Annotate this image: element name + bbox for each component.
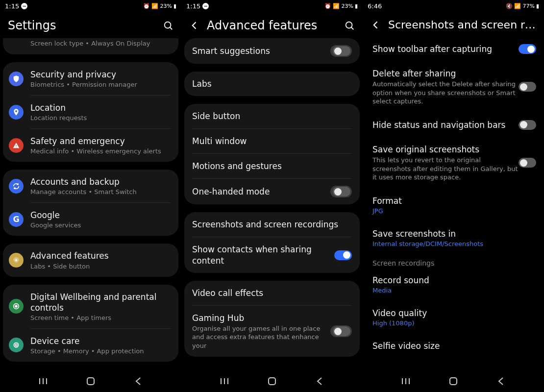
battery-icon: ▮ (536, 3, 539, 9)
row-title: Save screenshots in (372, 228, 530, 239)
care-icon (9, 338, 24, 352)
toggle-show-contacts[interactable] (334, 250, 352, 260)
nav-back[interactable] (131, 374, 145, 388)
row-screenshots-recordings[interactable]: Screenshots and screen recordings (184, 212, 360, 237)
row-motions-gestures[interactable]: Motions and gestures (184, 154, 360, 178)
row-labs[interactable]: Labs (184, 72, 360, 96)
panel-screenshots-settings: 6:46 🔇 📶 77% ▮ Screenshots and screen re… (363, 0, 544, 392)
row-multi-window[interactable]: Multi window (184, 129, 360, 153)
row-google[interactable]: G GoogleGoogle services (3, 203, 178, 236)
row-title: Delete after sharing (372, 68, 519, 79)
alert-icon (9, 138, 24, 153)
nav-recents[interactable] (399, 374, 413, 388)
toggle-track (330, 186, 352, 197)
status-bar: 1:15 − ⏰ 📶 23% ▮ (0, 0, 181, 12)
toggle-delete-sharing[interactable] (519, 82, 536, 92)
status-bar: 6:46 🔇 📶 77% ▮ (363, 0, 544, 12)
page-title: Settings (8, 19, 156, 32)
row-gaming-hub[interactable]: Gaming HubOrganise all your games all in… (184, 306, 360, 357)
row-sub: Medical info • Wireless emergency alerts (30, 147, 171, 155)
row-hide-bars[interactable]: Hide status and navigation bars (369, 113, 538, 137)
back-icon[interactable] (371, 20, 381, 30)
row-device-care[interactable]: Device careStorage • Memory • App protec… (3, 329, 178, 362)
page-title: Advanced features (207, 19, 337, 32)
row-link: JPG (372, 207, 530, 215)
nav-home[interactable] (265, 374, 279, 388)
toggle-track (330, 45, 352, 57)
wellbeing-icon (9, 299, 24, 314)
alarm-icon: ⏰ (324, 3, 331, 9)
row-smart-suggestions[interactable]: Smart suggestions (184, 38, 360, 64)
status-time: 6:46 (368, 2, 382, 10)
svg-point-0 (165, 22, 171, 28)
row-safety-emergency[interactable]: Safety and emergencyMedical info • Wirel… (3, 129, 178, 162)
row-location[interactable]: LocationLocation requests (3, 96, 178, 128)
row-show-toolbar[interactable]: Show toolbar after capturing (369, 37, 538, 61)
row-show-contacts-sharing[interactable]: Show contacts when sharing content (184, 237, 360, 272)
status-time: 1:15 (5, 2, 19, 10)
nav-recents[interactable] (218, 374, 231, 388)
row-title: Safety and emergency (30, 136, 171, 147)
row-title: Gaming Hub (192, 313, 330, 323)
row-security-privacy[interactable]: Security and privacyBiometrics • Permiss… (3, 62, 178, 95)
search-icon[interactable] (163, 20, 173, 31)
row-link: High (1080p) (372, 319, 530, 327)
row-title: Device care (30, 336, 171, 346)
nav-recents[interactable] (36, 374, 50, 388)
status-battery: 77% (522, 3, 534, 9)
battery-icon: ▮ (173, 3, 176, 9)
row-title: Motions and gestures (192, 161, 352, 172)
toggle-gaming-hub[interactable] (333, 326, 350, 336)
search-icon[interactable] (344, 20, 355, 31)
row-save-original[interactable]: Save original screenshotsThis lets you r… (369, 137, 538, 189)
toggle-hide-bars[interactable] (519, 120, 536, 130)
row-advanced-features[interactable]: Advanced featuresLabs • Side button (3, 244, 178, 276)
nav-home[interactable] (84, 374, 98, 388)
row-sub: Labs • Side button (30, 263, 171, 270)
row-side-button[interactable]: Side button (184, 104, 360, 128)
row-digital-wellbeing[interactable]: Digital Wellbeing and parental controlsS… (3, 285, 178, 328)
svg-line-1 (170, 27, 173, 30)
row-one-handed-mode[interactable]: One-handed mode (184, 179, 360, 204)
nav-back[interactable] (313, 374, 326, 388)
nav-back[interactable] (494, 374, 508, 388)
row-desc: This lets you revert to the original scr… (372, 156, 519, 182)
row-title: Selfie video size (372, 341, 530, 351)
screenshot-settings-list[interactable]: Show toolbar after capturing Delete afte… (363, 37, 544, 370)
row-title: Save original screenshots (372, 144, 519, 155)
nav-home[interactable] (446, 374, 460, 388)
row-title: Labs (192, 78, 352, 89)
dnd-icon: − (21, 3, 27, 9)
gear-icon (9, 253, 24, 268)
toggle-one-handed[interactable] (333, 187, 350, 196)
toggle-save-original[interactable] (519, 158, 536, 168)
row-sub: Storage • Memory • App protection (30, 347, 171, 355)
settings-group: Digital Wellbeing and parental controlsS… (3, 285, 178, 362)
settings-group: Advanced featuresLabs • Side button (3, 244, 178, 276)
nav-bar (363, 370, 544, 392)
row-format[interactable]: FormatJPG (369, 189, 538, 221)
network-icon: 📶 (151, 3, 158, 9)
svg-line-12 (351, 27, 354, 30)
alarm-icon: ⏰ (143, 3, 150, 9)
row-title: Location (30, 102, 171, 113)
toggle-smart-suggestions[interactable] (333, 46, 350, 56)
row-title: One-handed mode (192, 186, 330, 197)
advanced-list[interactable]: Smart suggestions Labs Side button Multi… (181, 38, 363, 370)
row-video-call-effects[interactable]: Video call effects (184, 281, 360, 305)
row-accounts-backup[interactable]: Accounts and backupManage accounts • Sma… (3, 170, 178, 202)
row-sub: Google services (30, 221, 171, 229)
network-icon: 📶 (333, 3, 340, 9)
row-selfie-video-size[interactable]: Selfie video size (369, 334, 538, 358)
row-save-location[interactable]: Save screenshots inInternal storage/DCIM… (369, 221, 538, 254)
row-title: Video quality (372, 308, 530, 318)
toggle-show-toolbar[interactable] (519, 44, 536, 54)
row-video-quality[interactable]: Video qualityHigh (1080p) (369, 301, 538, 334)
row-delete-after-sharing[interactable]: Delete after sharingAutomatically select… (369, 61, 538, 113)
back-icon[interactable] (189, 20, 200, 31)
settings-list[interactable]: Screen lock type • Always On Display Sec… (0, 38, 181, 370)
row-record-sound[interactable]: Record soundMedia (369, 268, 538, 301)
settings-group: Accounts and backupManage accounts • Sma… (3, 170, 178, 236)
row-sub: Screen time • App timers (30, 314, 171, 321)
svg-rect-10 (87, 378, 94, 385)
